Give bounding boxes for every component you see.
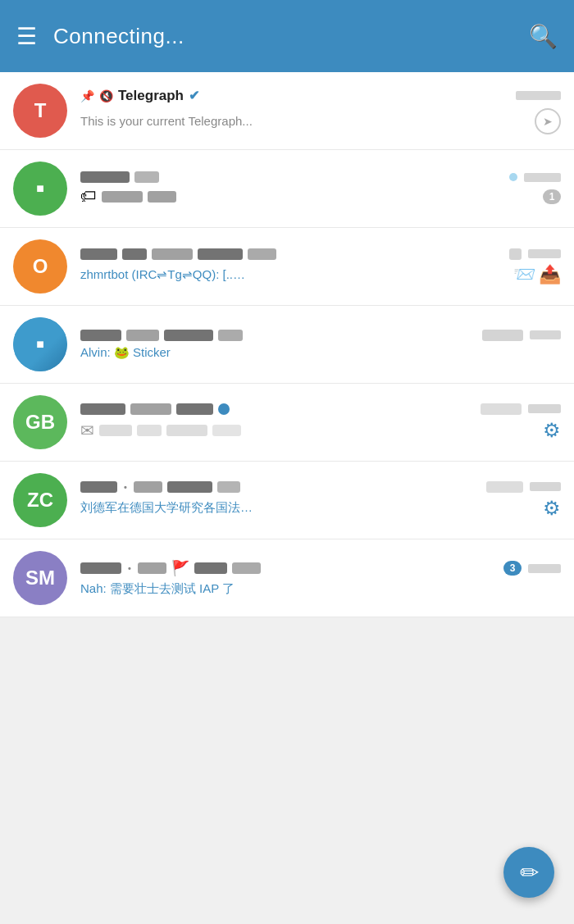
- prev-blur3: [166, 425, 207, 436]
- time-blur: [516, 91, 561, 100]
- nb3: [176, 403, 213, 415]
- list-item[interactable]: ■ Alvin: 🐸 Sticker: [0, 306, 574, 384]
- preview-text: zhmrtbot (IRC⇌Tg⇌QQ): [..…: [80, 267, 245, 282]
- chat-name: [80, 403, 230, 415]
- time-blur: [530, 330, 561, 339]
- preview-text: Alvin: 🐸 Sticker: [80, 345, 171, 360]
- time-blur: [524, 173, 561, 182]
- unread-badge: 3: [503, 561, 522, 576]
- list-item[interactable]: T 📌 🔇 Telegraph ✔ This is your current T…: [0, 72, 574, 150]
- unread-dot: [509, 173, 517, 181]
- dot-sep: •: [128, 563, 131, 573]
- preview-text: This is your current Telegraph...: [80, 114, 253, 128]
- chat-content: zhmrtbot (IRC⇌Tg⇌QQ): [..… 📨 📤: [80, 248, 561, 285]
- chat-meta: [482, 330, 561, 341]
- time-blur: [528, 249, 561, 258]
- compose-icon: ✏: [520, 859, 539, 886]
- chat-meta: [481, 403, 561, 415]
- chat-preview-row: 🏷 1: [80, 187, 561, 206]
- list-item[interactable]: GB ✉: [0, 384, 574, 462]
- search-icon[interactable]: 🔍: [529, 23, 558, 50]
- chat-name: • 🚩: [80, 559, 261, 577]
- avatar: T: [13, 84, 67, 138]
- preview-text: Nah: 需要壮士去测试 IAP 了: [80, 581, 235, 597]
- nb4: [232, 562, 261, 574]
- top-bar: ☰ Connecting... 🔍: [0, 0, 574, 72]
- chat-preview-row: ✉ ⚙: [80, 419, 561, 442]
- chat-preview-row: Alvin: 🐸 Sticker: [80, 345, 561, 360]
- nb1: [80, 330, 121, 341]
- nb5: [248, 248, 276, 260]
- time-blur: [530, 482, 561, 491]
- avatar: SM: [13, 551, 67, 605]
- unread-dot-inline: [218, 403, 230, 415]
- nb1: [80, 562, 121, 574]
- action-icon: ⚙: [543, 497, 561, 520]
- time-blur: [528, 564, 561, 573]
- share-icon[interactable]: ➤: [535, 108, 561, 134]
- avatar: ■: [13, 317, 67, 371]
- tb1: [482, 330, 523, 341]
- nb4: [198, 248, 243, 260]
- chat-meta: [486, 481, 561, 493]
- preview-blur-2: [148, 191, 176, 203]
- tb1: [486, 481, 523, 493]
- page-title: Connecting...: [53, 24, 512, 49]
- nb4: [217, 481, 240, 493]
- dot-sep: •: [124, 482, 127, 492]
- chat-content: Alvin: 🐸 Sticker: [80, 330, 561, 360]
- prev-blur4: [212, 425, 241, 436]
- chat-name: [80, 330, 243, 341]
- chat-preview-row: Nah: 需要壮士去测试 IAP 了: [80, 581, 561, 597]
- chat-preview-row: 刘德军在德国大学研究各国法… ⚙: [80, 497, 561, 520]
- name-block-1: [80, 171, 130, 183]
- verified-icon: ✔: [189, 88, 199, 103]
- nb4: [218, 330, 243, 341]
- nb3: [194, 562, 227, 574]
- chat-meta: [516, 91, 561, 100]
- compose-fab[interactable]: ✏: [503, 847, 554, 898]
- list-item[interactable]: O zhmrtbot (IRC⇌Tg⇌QQ): [..… 📨: [0, 228, 574, 306]
- chat-name: [80, 248, 276, 260]
- menu-icon[interactable]: ☰: [16, 23, 37, 50]
- tb1: [481, 403, 522, 415]
- nb1: [80, 481, 117, 493]
- unread-meta: 1: [543, 189, 561, 204]
- chat-actions: 📨 📤: [513, 264, 561, 285]
- avatar: ZC: [13, 473, 67, 527]
- nb3: [164, 330, 213, 341]
- nb3: [167, 481, 212, 493]
- nb3: [152, 248, 193, 260]
- mute-icon: 🔇: [99, 89, 113, 102]
- list-item[interactable]: ZC • 刘德军在德国大学研究各国法… ⚙: [0, 462, 574, 539]
- list-item[interactable]: ■ 🏷 1: [0, 150, 574, 228]
- avatar: GB: [13, 395, 67, 449]
- nb2: [138, 562, 166, 574]
- chat-preview-row: zhmrtbot (IRC⇌Tg⇌QQ): [..… 📨 📤: [80, 264, 561, 285]
- nb1: [80, 248, 117, 260]
- list-item[interactable]: SM • 🚩 3 Nah: 需要壮士去测试 IAP 了: [0, 539, 574, 617]
- chat-content: • 刘德军在德国大学研究各国法… ⚙: [80, 481, 561, 520]
- chat-content: ✉ ⚙: [80, 403, 561, 442]
- name-block-2: [134, 171, 159, 183]
- nb2: [130, 403, 171, 415]
- chat-meta: 3: [503, 561, 561, 576]
- chat-meta: [509, 173, 561, 182]
- chat-name: •: [80, 481, 240, 493]
- prev-blur2: [137, 425, 162, 436]
- avatar: ■: [13, 162, 67, 216]
- chat-meta: [509, 248, 561, 260]
- pin-icon: 📌: [80, 89, 94, 102]
- chat-content: 📌 🔇 Telegraph ✔ This is your current Tel…: [80, 88, 561, 134]
- chat-preview-row: This is your current Telegraph... ➤: [80, 108, 561, 134]
- chat-name: 📌 🔇 Telegraph ✔: [80, 88, 199, 104]
- chat-list: T 📌 🔇 Telegraph ✔ This is your current T…: [0, 72, 574, 617]
- nb2: [134, 481, 162, 493]
- unread-badge: 1: [543, 189, 561, 204]
- avatar: O: [13, 239, 67, 294]
- prev-blur1: [99, 425, 132, 436]
- nb2: [126, 330, 159, 341]
- chat-content: • 🚩 3 Nah: 需要壮士去测试 IAP 了: [80, 559, 561, 597]
- time-blur: [528, 404, 561, 413]
- nb1: [80, 403, 125, 415]
